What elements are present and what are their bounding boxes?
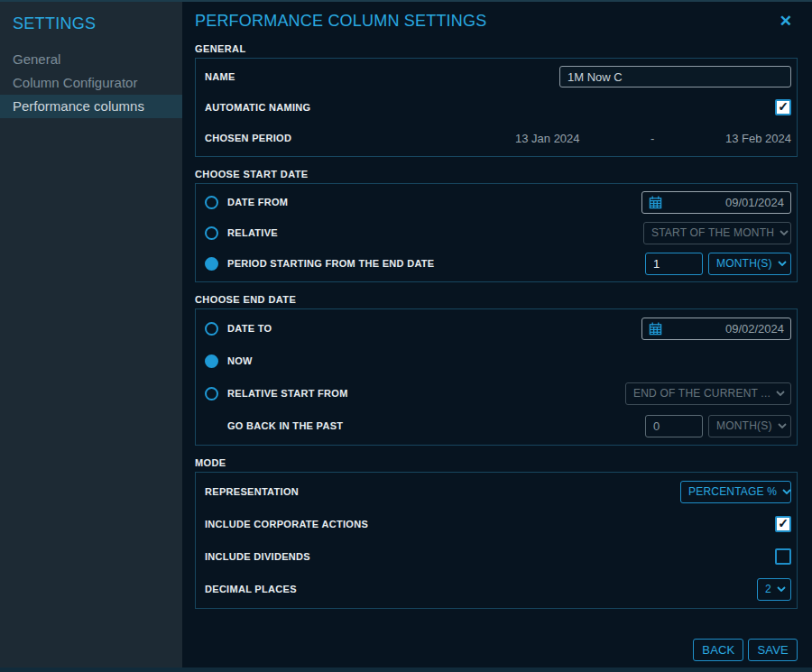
chevron-down-icon <box>778 261 787 266</box>
dividends-row: INCLUDE DIVIDENDS <box>205 540 791 573</box>
name-input[interactable] <box>559 66 791 87</box>
now-option[interactable]: NOW <box>205 354 253 368</box>
representation-row: REPRESENTATION PERCENTAGE % <box>205 475 791 508</box>
period-count-input[interactable] <box>645 253 703 275</box>
relative-start-from-select[interactable]: END OF THE CURRENT ... <box>625 382 791 405</box>
go-back-count-input[interactable] <box>645 415 703 437</box>
corporate-actions-checkbox[interactable]: ✓ <box>775 516 791 532</box>
chosen-period-values: 13 Jan 2024 - 13 Feb 2024 <box>515 132 791 145</box>
sidebar: SETTINGS General Column Configurator Per… <box>0 2 182 672</box>
sidebar-item-column-configurator[interactable]: Column Configurator <box>0 71 182 95</box>
automatic-naming-row: AUTOMATIC NAMING ✓ <box>205 92 791 123</box>
decimal-places-row: DECIMAL PLACES 2 <box>205 573 791 605</box>
representation-value: PERCENTAGE % <box>688 485 777 498</box>
chevron-down-icon <box>776 391 785 396</box>
chevron-down-icon <box>782 489 791 494</box>
dividends-checkbox[interactable] <box>775 548 791 565</box>
chosen-period-separator: - <box>651 132 654 145</box>
start-date-section: DATE FROM 09/01/2024 <box>195 183 798 282</box>
dividends-label: INCLUDE DIVIDENDS <box>205 551 310 562</box>
mode-section: REPRESENTATION PERCENTAGE % INCLUDE CORP… <box>195 472 798 609</box>
calendar-icon[interactable] <box>649 322 662 336</box>
calendar-icon[interactable] <box>649 196 662 209</box>
period-from-end-option[interactable]: PERIOD STARTING FROM THE END DATE <box>205 257 435 271</box>
name-row: NAME <box>205 61 791 92</box>
date-from-input[interactable]: 09/01/2024 <box>641 191 791 214</box>
now-label: NOW <box>227 355 253 366</box>
relative-option[interactable]: RELATIVE <box>205 226 278 240</box>
chevron-down-icon <box>777 586 786 592</box>
date-to-input[interactable]: 09/02/2024 <box>641 318 791 340</box>
date-to-label: DATE TO <box>227 323 272 334</box>
performance-column-settings-panel: PERFORMANCE COLUMN SETTINGS ✕ GENERAL NA… <box>182 2 812 672</box>
panel-title: PERFORMANCE COLUMN SETTINGS <box>195 12 486 31</box>
decimal-places-label: DECIMAL PLACES <box>205 584 297 594</box>
general-section-label: GENERAL <box>195 40 798 58</box>
relative-row: RELATIVE START OF THE MONTH <box>205 217 791 248</box>
period-from-end-controls: MONTH(S) <box>645 253 791 275</box>
relative-label: RELATIVE <box>227 227 278 238</box>
check-icon: ✓ <box>778 100 789 113</box>
save-button[interactable]: SAVE <box>748 639 798 661</box>
name-label: NAME <box>205 71 235 82</box>
date-from-option[interactable]: DATE FROM <box>205 196 288 209</box>
chosen-period-row: CHOSEN PERIOD 13 Jan 2024 - 13 Feb 2024 <box>205 123 791 153</box>
date-from-row: DATE FROM 09/01/2024 <box>205 187 791 217</box>
relative-radio[interactable] <box>205 226 218 240</box>
check-icon: ✓ <box>778 517 789 529</box>
period-from-end-label: PERIOD STARTING FROM THE END DATE <box>227 258 435 269</box>
representation-select[interactable]: PERCENTAGE % <box>680 481 791 503</box>
back-button[interactable]: BACK <box>693 639 743 661</box>
period-from-end-row: PERIOD STARTING FROM THE END DATE MONTH(… <box>205 248 791 279</box>
decimal-places-select[interactable]: 2 <box>757 578 791 601</box>
decimal-places-value: 2 <box>765 583 771 595</box>
automatic-naming-label: AUTOMATIC NAMING <box>205 102 310 113</box>
chosen-period-label: CHOSEN PERIOD <box>205 133 291 143</box>
panel-header: PERFORMANCE COLUMN SETTINGS ✕ <box>195 2 798 40</box>
date-from-value: 09/01/2024 <box>662 196 784 209</box>
chevron-down-icon <box>778 423 787 428</box>
relative-start-from-label: RELATIVE START FROM <box>227 388 348 399</box>
go-back-unit-select[interactable]: MONTH(S) <box>708 415 791 437</box>
chevron-down-icon <box>780 230 789 235</box>
date-to-row: DATE TO 09/02/2024 <box>205 312 791 345</box>
relative-start-from-value: END OF THE CURRENT ... <box>633 387 770 400</box>
close-icon[interactable]: ✕ <box>774 10 798 32</box>
representation-label: REPRESENTATION <box>205 486 299 497</box>
period-unit-select[interactable]: MONTH(S) <box>708 253 791 275</box>
date-from-radio[interactable] <box>205 196 218 209</box>
relative-select[interactable]: START OF THE MONTH <box>643 222 791 244</box>
relative-start-from-option[interactable]: RELATIVE START FROM <box>205 387 348 400</box>
date-from-label: DATE FROM <box>227 197 288 207</box>
chosen-period-end: 13 Feb 2024 <box>725 132 791 145</box>
sidebar-title: SETTINGS <box>0 11 182 48</box>
go-back-unit-value: MONTH(S) <box>716 419 772 432</box>
end-date-section-label: CHOOSE END DATE <box>195 290 798 308</box>
period-unit-value: MONTH(S) <box>716 257 772 270</box>
bottom-edge <box>0 667 812 672</box>
sidebar-item-performance-columns[interactable]: Performance columns <box>0 95 182 118</box>
sidebar-item-general[interactable]: General <box>0 48 182 71</box>
go-back-row: GO BACK IN THE PAST MONTH(S) <box>205 410 791 442</box>
corporate-actions-row: INCLUDE CORPORATE ACTIONS ✓ <box>205 508 791 540</box>
now-radio[interactable] <box>205 354 218 368</box>
go-back-controls: MONTH(S) <box>645 415 791 437</box>
settings-window: SETTINGS General Column Configurator Per… <box>0 0 812 672</box>
chosen-period-start: 13 Jan 2024 <box>515 132 580 145</box>
mode-section-label: MODE <box>195 454 798 472</box>
period-from-end-radio[interactable] <box>205 257 218 271</box>
now-row: NOW <box>205 345 791 377</box>
go-back-label: GO BACK IN THE PAST <box>205 420 343 431</box>
end-date-section: DATE TO 09/02/2024 <box>195 308 798 446</box>
relative-select-value: START OF THE MONTH <box>651 226 774 239</box>
general-section: NAME AUTOMATIC NAMING ✓ CHOSEN PERIOD 13… <box>195 58 798 157</box>
date-to-value: 09/02/2024 <box>662 322 784 336</box>
corporate-actions-label: INCLUDE CORPORATE ACTIONS <box>205 519 368 529</box>
relative-start-from-row: RELATIVE START FROM END OF THE CURRENT .… <box>205 377 791 410</box>
date-to-radio[interactable] <box>205 322 218 336</box>
date-to-option[interactable]: DATE TO <box>205 322 272 336</box>
relative-start-from-radio[interactable] <box>205 387 218 400</box>
start-date-section-label: CHOOSE START DATE <box>195 165 798 183</box>
automatic-naming-checkbox[interactable]: ✓ <box>775 99 791 115</box>
